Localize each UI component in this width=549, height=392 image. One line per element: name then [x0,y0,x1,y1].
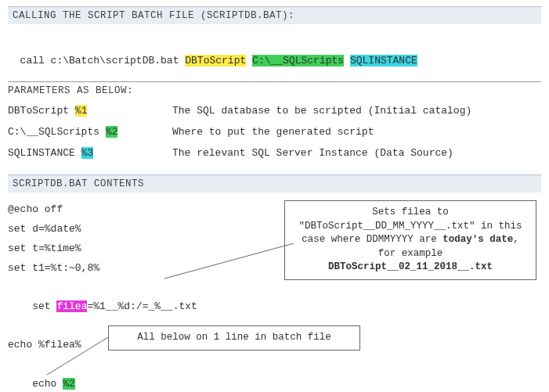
note-example: DBToScript__02_11_2018__.txt [293,261,528,275]
batch-contents: Sets filea to "DBToScript__DD_MM_YYYY__.… [8,200,541,392]
section-calling-header: CALLING THE SCRIPT BATCH FILE (SCRIPTDB.… [8,6,541,24]
param-placeholder: %3 [81,147,94,159]
param-name: SQLINSTANCE [8,147,81,159]
call-line: call c:\Batch\scriptDB.bat DBToScript C:… [8,32,541,70]
param-desc: The SQL database to be scripted (Initial… [172,101,471,122]
note-filea: Sets filea to "DBToScript__DD_MM_YYYY__.… [284,200,536,280]
param-placeholder: %2 [106,126,118,138]
table-row: SQLINSTANCE %3 The relevant SQL Server I… [8,143,471,164]
code-text: set [32,300,56,312]
note-oneline: All below on 1 line in batch file [108,325,360,351]
param-placeholder: %1 [75,105,88,117]
param-desc: The relevant SQL Server Instance (Data S… [172,143,471,164]
note-line: "DBToScript__DD_MM_YYYY__.txt" in this c… [293,220,528,261]
arg2-ref: %2 [63,378,75,390]
parameters-header: PARAMETERS AS BELOW: [8,81,541,96]
param-desc: Where to put the generated script [172,122,471,143]
table-row: C:\__SQLScripts %2 Where to put the gene… [8,122,471,143]
code-text: =%1__%d:/=_%__.txt [87,300,197,312]
note-line: Sets filea to [293,206,528,220]
var-filea: filea [56,300,87,312]
call-prefix: call c:\Batch\scriptDB.bat [20,55,186,67]
note-text: All below on 1 line in batch file [137,332,331,343]
batch-line-echo2: echo %2 [8,355,541,392]
param-name: DBToScript [8,105,75,117]
call-arg1: DBToScript [185,55,246,67]
section-contents-header: SCRIPTDB.BAT CONTENTS [8,174,541,192]
note-bold: today's date [442,234,513,245]
parameters-table: DBToScript %1 The SQL database to be scr… [8,101,471,164]
param-name: C:\__SQLScripts [8,126,106,138]
call-arg2: C:\__SQLScripts [252,55,344,67]
code-text: echo [32,378,63,390]
table-row: DBToScript %1 The SQL database to be scr… [8,101,471,122]
call-arg3: SQLINSTANCE [350,55,417,67]
